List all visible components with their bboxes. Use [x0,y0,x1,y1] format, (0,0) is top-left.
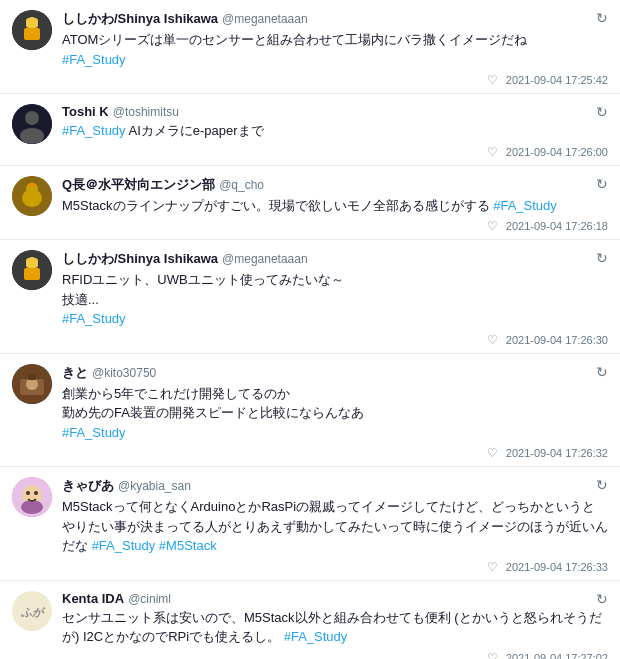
timestamp: 2021-09-04 17:26:18 [506,220,608,232]
svg-point-27 [26,491,30,495]
tweet-header: Q長＠水平対向エンジン部@q_cho [62,176,608,194]
tweet-4: ししかわ/Shinya Ishikawa@meganetaaanRFIDユニット… [0,240,620,354]
hashtag[interactable]: #FA_Study [92,538,156,553]
heart-icon[interactable]: ♡ [487,560,498,574]
heart-icon[interactable]: ♡ [487,446,498,460]
tweet-1: ししかわ/Shinya Ishikawa@meganetaaanATOMシリーズ… [0,0,620,94]
tweet-content: ししかわ/Shinya Ishikawa@meganetaaanRFIDユニット… [62,250,608,347]
hashtag[interactable]: #FA_Study [493,198,557,213]
tweet-text: M5Stackのラインナップがすごい。現場で欲しいモノ全部ある感じがする #FA… [62,196,608,216]
tweet-text: #FA_Study AIカメラにe-paperまで [62,121,608,141]
tweet-footer: ♡2021-09-04 17:26:18 [62,219,608,233]
tweet-footer: ♡2021-09-04 17:26:00 [62,145,608,159]
tweet-text: 創業から5年でこれだけ開発してるのか 勤め先のFA装置の開発スピードと比較になら… [62,384,608,443]
avatar [12,10,52,50]
tweet-3: Q長＠水平対向エンジン部@q_choM5Stackのラインナップがすごい。現場で… [0,166,620,241]
username: @kito30750 [92,366,156,380]
svg-point-17 [28,257,36,265]
svg-text:ふが: ふが [21,606,46,618]
heart-icon[interactable]: ♡ [487,73,498,87]
hashtag2[interactable]: #M5Stack [159,538,217,553]
avatar [12,477,52,517]
tweet-footer: ♡2021-09-04 17:27:02 [62,651,608,660]
svg-point-26 [21,500,43,514]
svg-rect-4 [26,28,31,36]
tweet-header: Kenta IDA@ciniml [62,591,608,606]
tweet-content: Toshi K@toshimitsu#FA_Study AIカメラにe-pape… [62,104,608,159]
display-name: きと [62,364,88,382]
hashtag[interactable]: #FA_Study [62,311,126,326]
heart-icon[interactable]: ♡ [487,333,498,347]
svg-point-8 [20,128,44,144]
tweet-footer: ♡2021-09-04 17:26:32 [62,446,608,460]
tweet-header: ししかわ/Shinya Ishikawa@meganetaaan [62,250,608,268]
tweet-content: ししかわ/Shinya Ishikawa@meganetaaanATOMシリーズ… [62,10,608,87]
tweet-footer: ♡2021-09-04 17:25:42 [62,73,608,87]
display-name: Toshi K [62,104,109,119]
username: @meganetaaan [222,252,308,266]
tweet-text: M5Stackって何となくArduinoとかRasPiの親戚ってイメージしてたけ… [62,497,608,556]
timestamp: 2021-09-04 17:26:30 [506,334,608,346]
tweet-5: きと@kito30750創業から5年でこれだけ開発してるのか 勤め先のFA装置の… [0,354,620,468]
timestamp: 2021-09-04 17:25:42 [506,74,608,86]
svg-rect-19 [33,268,38,276]
username: @q_cho [219,178,264,192]
svg-rect-23 [28,374,36,380]
tweet-text: RFIDユニット、UWBユニット使ってみたいな～ 技適... #FA_Study [62,270,608,329]
tweet-6: きゃびあ@kyabia_sanM5Stackって何となくArduinoとかRas… [0,467,620,581]
tweet-header: Toshi K@toshimitsu [62,104,608,119]
avatar [12,364,52,404]
tweet-content: Kenta IDA@cinimlセンサユニット系は安いので、M5Stack以外と… [62,591,608,660]
username: @toshimitsu [113,105,179,119]
tweet-content: きと@kito30750創業から5年でこれだけ開発してるのか 勤め先のFA装置の… [62,364,608,461]
tweet-footer: ♡2021-09-04 17:26:30 [62,333,608,347]
timestamp: 2021-09-04 17:26:32 [506,447,608,459]
avatar [12,104,52,144]
display-name: Q長＠水平対向エンジン部 [62,176,215,194]
tweet-7: ふが Kenta IDA@cinimlセンサユニット系は安いので、M5Stack… [0,581,620,660]
tweet-header: きゃびあ@kyabia_san [62,477,608,495]
heart-icon[interactable]: ♡ [487,219,498,233]
hashtag[interactable]: #FA_Study [62,425,126,440]
display-name: ししかわ/Shinya Ishikawa [62,250,218,268]
tweet-header: ししかわ/Shinya Ishikawa@meganetaaan [62,10,608,28]
tweet-text: ATOMシリーズは単一のセンサーと組み合わせて工場内にバラ撒くイメージだね #F… [62,30,608,69]
retweet-icon[interactable]: ↻ [596,364,608,380]
tweet-header: きと@kito30750 [62,364,608,382]
username: @meganetaaan [222,12,308,26]
display-name: きゃびあ [62,477,114,495]
retweet-icon[interactable]: ↻ [596,591,608,607]
heart-icon[interactable]: ♡ [487,145,498,159]
retweet-icon[interactable]: ↻ [596,176,608,192]
display-name: Kenta IDA [62,591,124,606]
timestamp: 2021-09-04 17:27:02 [506,652,608,660]
hashtag[interactable]: #FA_Study [62,52,126,67]
tweets-container: ししかわ/Shinya Ishikawa@meganetaaanATOMシリーズ… [0,0,620,659]
tweet-footer: ♡2021-09-04 17:26:33 [62,560,608,574]
timestamp: 2021-09-04 17:26:00 [506,146,608,158]
svg-rect-18 [26,268,31,276]
tweet-content: きゃびあ@kyabia_sanM5Stackって何となくArduinoとかRas… [62,477,608,574]
retweet-icon[interactable]: ↻ [596,477,608,493]
avatar [12,250,52,290]
svg-point-3 [28,17,36,25]
svg-rect-5 [33,28,38,36]
hashtag[interactable]: #FA_Study [284,629,348,644]
tweet-content: Q長＠水平対向エンジン部@q_choM5Stackのラインナップがすごい。現場で… [62,176,608,234]
retweet-icon[interactable]: ↻ [596,104,608,120]
timestamp: 2021-09-04 17:26:33 [506,561,608,573]
avatar [12,176,52,216]
retweet-icon[interactable]: ↻ [596,10,608,26]
tweet-2: Toshi K@toshimitsu#FA_Study AIカメラにe-pape… [0,94,620,166]
heart-icon[interactable]: ♡ [487,651,498,660]
hashtag[interactable]: #FA_Study [62,123,126,138]
svg-point-7 [25,111,39,125]
username: @ciniml [128,592,171,606]
retweet-icon[interactable]: ↻ [596,250,608,266]
display-name: ししかわ/Shinya Ishikawa [62,10,218,28]
avatar: ふが [12,591,52,631]
tweet-text: センサユニット系は安いので、M5Stack以外と組み合わせても便利 (とかいうと… [62,608,608,647]
username: @kyabia_san [118,479,191,493]
svg-point-28 [34,491,38,495]
